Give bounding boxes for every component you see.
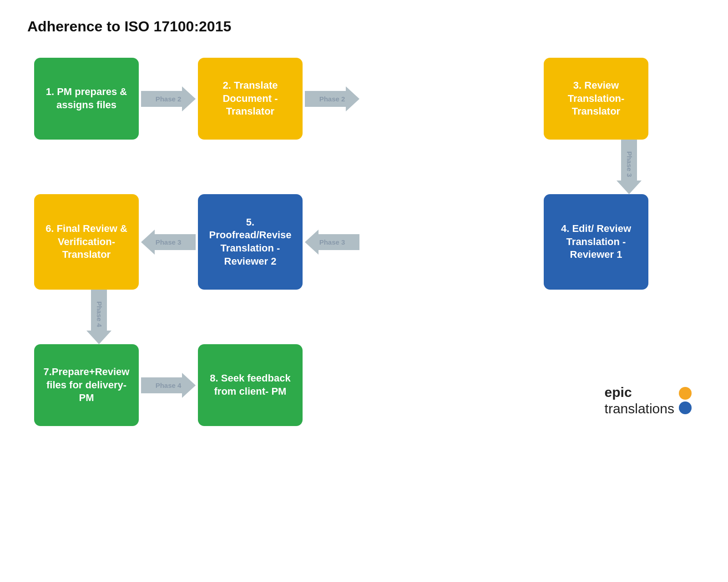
- svg-marker-6: [141, 373, 196, 398]
- box-3: 3. Review Translation- Translator: [544, 58, 648, 140]
- logo-line2: translations: [605, 401, 674, 417]
- box2-label: 2. Translate Document - Translator: [222, 79, 278, 118]
- svg-marker-4: [305, 230, 359, 255]
- box1-label: 1. PM prepares & assigns files: [46, 85, 127, 111]
- logo-text: epic translations: [605, 384, 674, 417]
- svg-marker-3: [141, 230, 196, 255]
- logo-dot-blue: [679, 401, 692, 414]
- box7-label: 7.Prepare+Review files for delivery- PM: [44, 366, 130, 405]
- box-6: 6. Final Review & Verification- Translat…: [34, 194, 139, 290]
- phase4-down-label: Phase 4: [95, 301, 103, 327]
- phase3-arrow-2: Phase 3: [303, 230, 362, 255]
- box-7: 7.Prepare+Review files for delivery- PM: [34, 344, 139, 426]
- logo-line1: epic: [605, 384, 674, 401]
- phase4-arrow: Phase 4: [139, 373, 198, 398]
- box6-label: 6. Final Review & Verification- Translat…: [46, 222, 127, 261]
- phase3-down-arrow: Phase 3: [617, 140, 642, 194]
- phase2-arrow-1: Phase 2: [139, 86, 198, 111]
- box3-label: 3. Review Translation- Translator: [568, 79, 625, 118]
- phase4-down-arrow: Phase 4: [86, 290, 111, 344]
- box-1: 1. PM prepares & assigns files: [34, 58, 139, 140]
- phase2-arrow-2: Phase 2: [303, 86, 362, 111]
- box5-label: 5. Proofread/Revise Translation - Review…: [206, 216, 294, 268]
- box-8: 8. Seek feedback from client- PM: [198, 344, 303, 426]
- svg-marker-0: [141, 86, 196, 111]
- svg-marker-1: [305, 86, 359, 111]
- box-2: 2. Translate Document - Translator: [198, 58, 303, 140]
- box-4: 4. Edit/ Review Translation - Reviewer 1: [544, 194, 648, 290]
- logo: epic translations: [605, 384, 692, 417]
- logo-dot-orange: [679, 387, 692, 400]
- page-title: Adherence to ISO 17100:2015: [27, 18, 701, 35]
- phase3-arrow-1: Phase 3: [139, 230, 198, 255]
- box4-label: 4. Edit/ Review Translation - Reviewer 1: [561, 222, 631, 261]
- phase3-down-label: Phase 3: [625, 151, 633, 177]
- logo-dots: [679, 387, 692, 414]
- box8-label: 8. Seek feedback from client- PM: [210, 372, 290, 398]
- box-5: 5. Proofread/Revise Translation - Review…: [198, 194, 303, 290]
